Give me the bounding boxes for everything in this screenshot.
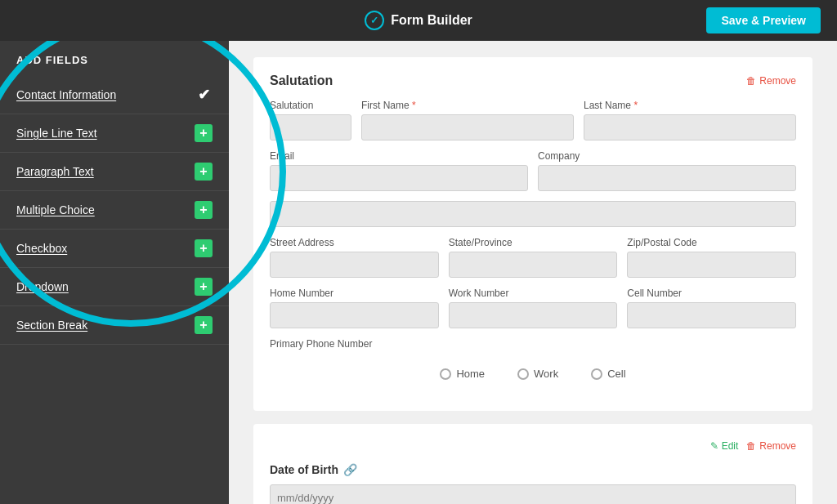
first-name-input[interactable] bbox=[361, 114, 574, 140]
trash-icon: 🗑 bbox=[746, 75, 756, 87]
edit-icon: ✎ bbox=[710, 440, 718, 452]
sidebar-item-label: Paragraph Text bbox=[16, 165, 94, 178]
date-section-header: ✎ Edit 🗑 Remove bbox=[270, 440, 796, 452]
contact-form-section: Salutation 🗑 Remove Salutation First Nam… bbox=[253, 57, 812, 411]
email-group: Email bbox=[270, 150, 528, 191]
radio-home-option[interactable]: Home bbox=[440, 368, 485, 380]
sidebar-item-label: Section Break bbox=[16, 319, 87, 332]
sidebar-item-label: Dropdown bbox=[16, 280, 69, 293]
sidebar-title: ADD FIELDS bbox=[0, 54, 229, 76]
remove-contact-link[interactable]: 🗑 Remove bbox=[746, 75, 796, 87]
street-address-label: Street Address bbox=[270, 237, 439, 248]
home-number-group: Home Number bbox=[270, 288, 439, 328]
sidebar-item-label: Checkbox bbox=[16, 242, 67, 255]
remove-date-link[interactable]: 🗑 Remove bbox=[746, 440, 796, 452]
radio-cell-circle bbox=[591, 368, 602, 380]
first-name-label: First Name * bbox=[361, 100, 574, 111]
home-number-label: Home Number bbox=[270, 288, 439, 299]
radio-work-option[interactable]: Work bbox=[517, 368, 558, 380]
cell-number-input[interactable] bbox=[627, 302, 796, 328]
work-number-label: Work Number bbox=[449, 288, 618, 299]
section-title: Salutation bbox=[270, 74, 333, 88]
form-builder-title: Form Builder bbox=[391, 13, 472, 28]
radio-work-label: Work bbox=[534, 368, 558, 380]
top-bar: ✓ Form Builder Save & Preview bbox=[0, 0, 837, 41]
date-action-links: ✎ Edit 🗑 Remove bbox=[710, 440, 796, 452]
radio-home-label: Home bbox=[456, 368, 485, 380]
save-preview-button[interactable]: Save & Preview bbox=[706, 7, 821, 33]
company-label: Company bbox=[538, 150, 796, 162]
last-name-group: Last Name * bbox=[584, 100, 796, 140]
radio-work-circle bbox=[517, 368, 529, 380]
date-form-section: ✎ Edit 🗑 Remove Date of Birth 🔗 bbox=[253, 424, 812, 504]
street-address-input[interactable] bbox=[270, 252, 439, 278]
content-area: Salutation 🗑 Remove Salutation First Nam… bbox=[229, 41, 837, 504]
sidebar-item-dropdown[interactable]: Dropdown + bbox=[0, 268, 229, 306]
sidebar-item-label: Contact Information bbox=[16, 88, 116, 101]
check-circle-icon: ✓ bbox=[365, 11, 384, 30]
street-address-group: Street Address bbox=[270, 237, 439, 278]
company-input[interactable] bbox=[538, 165, 796, 191]
last-name-input[interactable] bbox=[584, 114, 796, 140]
top-bar-title: ✓ Form Builder bbox=[365, 11, 472, 30]
address-full-group bbox=[270, 201, 796, 227]
state-province-group: State/Province bbox=[449, 237, 618, 278]
plus-icon: + bbox=[195, 124, 213, 142]
salutation-label: Salutation bbox=[270, 100, 351, 111]
salutation-input[interactable] bbox=[270, 114, 351, 140]
sidebar-item-single-line-text[interactable]: Single Line Text + bbox=[0, 114, 229, 153]
sidebar-item-checkbox[interactable]: Checkbox + bbox=[0, 230, 229, 268]
primary-phone-row: Primary Phone Number Home Work Cell bbox=[270, 338, 796, 385]
first-name-group: First Name * bbox=[361, 100, 574, 140]
plus-icon: + bbox=[195, 201, 213, 219]
section-header: Salutation 🗑 Remove bbox=[270, 74, 796, 88]
plus-icon: + bbox=[195, 239, 213, 257]
sidebar-item-multiple-choice[interactable]: Multiple Choice + bbox=[0, 191, 229, 230]
work-number-input[interactable] bbox=[449, 302, 618, 328]
sidebar: ADD FIELDS Contact Information ✔ Single … bbox=[0, 41, 229, 504]
home-number-input[interactable] bbox=[270, 302, 439, 328]
link-icon: 🔗 bbox=[343, 463, 357, 476]
plus-icon: + bbox=[195, 163, 213, 181]
state-province-input[interactable] bbox=[449, 252, 618, 278]
zip-postal-label: Zip/Postal Code bbox=[627, 237, 796, 248]
sidebar-item-paragraph-text[interactable]: Paragraph Text + bbox=[0, 153, 229, 191]
email-company-row: Email Company bbox=[270, 150, 796, 191]
name-row: Salutation First Name * Last Name * bbox=[270, 100, 796, 140]
state-province-label: State/Province bbox=[449, 237, 618, 248]
zip-postal-input[interactable] bbox=[627, 252, 796, 278]
salutation-group: Salutation bbox=[270, 100, 351, 140]
address-row: Street Address State/Province Zip/Postal… bbox=[270, 237, 796, 278]
company-group: Company bbox=[538, 150, 796, 191]
date-label-row: Date of Birth 🔗 bbox=[270, 463, 796, 476]
phone-row: Home Number Work Number Cell Number bbox=[270, 288, 796, 328]
primary-phone-label: Primary Phone Number bbox=[270, 338, 372, 350]
main-layout: ADD FIELDS Contact Information ✔ Single … bbox=[0, 41, 837, 504]
address-full-row bbox=[270, 201, 796, 227]
email-input[interactable] bbox=[270, 165, 528, 191]
radio-cell-option[interactable]: Cell bbox=[591, 368, 625, 380]
radio-cell-label: Cell bbox=[607, 368, 625, 380]
date-of-birth-label: Date of Birth bbox=[270, 463, 338, 476]
cell-number-label: Cell Number bbox=[627, 288, 796, 299]
cell-number-group: Cell Number bbox=[627, 288, 796, 328]
sidebar-item-contact-information[interactable]: Contact Information ✔ bbox=[0, 76, 229, 114]
last-name-label: Last Name * bbox=[584, 100, 796, 111]
sidebar-item-label: Single Line Text bbox=[16, 127, 97, 140]
sidebar-item-label: Multiple Choice bbox=[16, 203, 95, 216]
plus-icon: + bbox=[195, 316, 213, 334]
sidebar-item-section-break[interactable]: Section Break + bbox=[0, 306, 229, 345]
email-label: Email bbox=[270, 150, 528, 162]
plus-icon: + bbox=[195, 278, 213, 296]
zip-postal-group: Zip/Postal Code bbox=[627, 237, 796, 278]
date-of-birth-input[interactable] bbox=[270, 484, 796, 504]
radio-home-circle bbox=[440, 368, 451, 380]
check-icon: ✔ bbox=[195, 86, 213, 104]
radio-group-primary-phone: Home Work Cell bbox=[270, 363, 796, 385]
trash-date-icon: 🗑 bbox=[746, 440, 756, 452]
work-number-group: Work Number bbox=[449, 288, 618, 328]
address-full-input[interactable] bbox=[270, 201, 796, 227]
edit-date-link[interactable]: ✎ Edit bbox=[710, 440, 739, 452]
